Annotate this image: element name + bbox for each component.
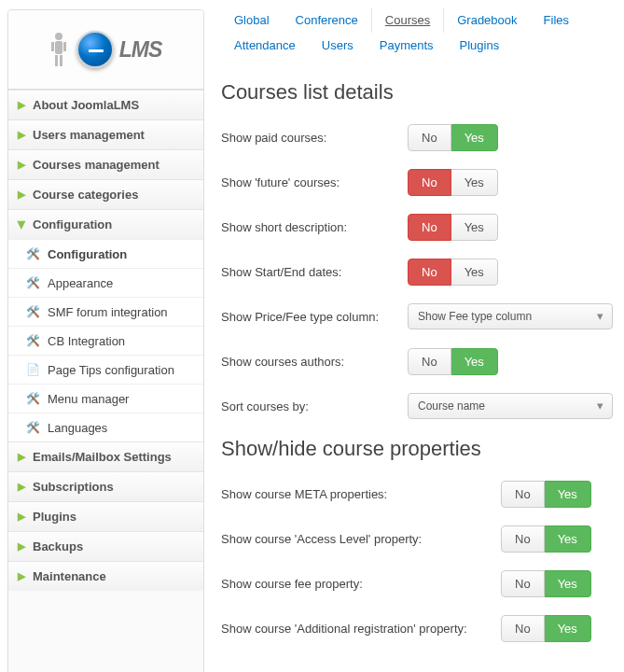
label-access-level: Show course 'Access Level' property: <box>221 532 501 546</box>
toggle-show-dates[interactable]: No Yes <box>408 259 498 286</box>
toggle-show-authors[interactable]: No Yes <box>408 348 498 375</box>
svg-point-0 <box>55 33 62 40</box>
toggle-show-short[interactable]: No Yes <box>408 214 498 241</box>
sidebar-item-users-management[interactable]: ▶Users management <box>8 119 203 149</box>
label-additional-registration: Show course 'Additional registration' pr… <box>221 622 501 636</box>
main-content: Global Conference Courses Gradebook File… <box>204 0 624 672</box>
chevron-right-icon: ▶ <box>18 511 25 523</box>
sidebar-item-about[interactable]: ▶About JoomlaLMS <box>8 90 203 119</box>
toggle-no[interactable]: No <box>501 525 545 553</box>
chevron-right-icon: ▶ <box>18 129 25 141</box>
toggle-no[interactable]: No <box>408 214 451 241</box>
chevron-right-icon: ▶ <box>18 99 25 111</box>
sidebar-item-course-categories[interactable]: ▶Course categories <box>8 179 203 209</box>
sidebar-item-plugins[interactable]: ▶Plugins <box>8 501 203 531</box>
sidebar-item-subscriptions[interactable]: ▶Subscriptions <box>8 471 203 501</box>
sidebar-label: About JoomlaLMS <box>33 98 139 112</box>
toggle-no[interactable]: No <box>408 348 451 375</box>
tab-conference[interactable]: Conference <box>283 7 371 33</box>
submenu-item-smf[interactable]: 🛠️SMF forum integration <box>8 297 203 326</box>
sidebar-label: Courses management <box>33 158 159 172</box>
label-fee-column: Show Price/Fee type column: <box>221 310 408 324</box>
chevron-right-icon: ▶ <box>18 451 25 463</box>
toggle-additional-registration[interactable]: No Yes <box>501 615 591 642</box>
toggle-no[interactable]: No <box>408 259 451 286</box>
toggle-yes[interactable]: Yes <box>451 124 498 151</box>
select-value: Show Fee type column <box>408 303 613 329</box>
select-fee-column[interactable]: Show Fee type column <box>408 303 613 329</box>
submenu-label: Page Tips configuration <box>48 363 174 377</box>
toggle-show-paid[interactable]: No Yes <box>408 124 498 151</box>
section-title-course-properties: Show/hide course properties <box>221 437 613 461</box>
tab-payments[interactable]: Payments <box>367 33 447 58</box>
submenu-item-cb[interactable]: 🛠️CB Integration <box>8 326 203 355</box>
chevron-right-icon: ▶ <box>18 540 25 553</box>
toggle-show-future[interactable]: No Yes <box>408 169 498 196</box>
submenu-label: Configuration <box>48 247 127 261</box>
sidebar-label: Backups <box>33 539 83 553</box>
chevron-right-icon: ▶ <box>18 159 25 171</box>
tools-icon: 🛠️ <box>25 246 40 261</box>
svg-rect-4 <box>51 42 54 51</box>
tab-plugins[interactable]: Plugins <box>447 33 513 58</box>
toggle-no[interactable]: No <box>501 615 545 642</box>
label-fee-property: Show course fee property: <box>221 577 501 591</box>
sidebar-item-maintenance[interactable]: ▶Maintenance <box>8 561 203 591</box>
toggle-yes[interactable]: Yes <box>451 259 498 286</box>
submenu-item-languages[interactable]: 🛠️Languages <box>8 413 203 441</box>
label-show-dates: Show Start/End dates: <box>221 265 408 279</box>
sidebar: LMS ▶About JoomlaLMS ▶Users management ▶… <box>7 9 204 672</box>
submenu-item-page-tips[interactable]: 📄Page Tips configuration <box>8 355 203 384</box>
chevron-right-icon: ▶ <box>18 189 25 201</box>
sidebar-label: Configuration <box>33 217 112 231</box>
submenu-item-appearance[interactable]: 🛠️Appearance <box>8 268 203 297</box>
submenu-label: Menu manager <box>48 392 129 406</box>
sidebar-label: Users management <box>33 128 145 142</box>
tab-files[interactable]: Files <box>531 7 582 33</box>
lms-logo: LMS <box>76 31 162 68</box>
toggle-yes[interactable]: Yes <box>545 570 591 597</box>
label-meta: Show course META properties: <box>221 487 501 501</box>
section-title-courses-list: Courses list details <box>221 80 613 105</box>
submenu-item-configuration[interactable]: 🛠️Configuration <box>8 239 203 268</box>
toggle-meta[interactable]: No Yes <box>501 481 591 508</box>
admin-figure-icon <box>50 31 67 68</box>
svg-rect-3 <box>60 55 62 66</box>
sidebar-item-courses-management[interactable]: ▶Courses management <box>8 149 203 179</box>
submenu-label: SMF forum integration <box>48 305 168 319</box>
toggle-yes[interactable]: Yes <box>451 214 498 241</box>
toggle-no[interactable]: No <box>408 124 451 151</box>
label-show-authors: Show courses authors: <box>221 355 408 369</box>
sidebar-item-emails[interactable]: ▶Emails/Mailbox Settings <box>8 441 203 471</box>
toggle-yes[interactable]: Yes <box>451 348 498 375</box>
svg-rect-1 <box>55 41 62 54</box>
sidebar-item-backups[interactable]: ▶Backups <box>8 531 203 561</box>
tab-courses[interactable]: Courses <box>371 7 444 33</box>
tab-attendance[interactable]: Attendance <box>221 33 309 58</box>
toggle-no[interactable]: No <box>501 570 545 597</box>
tab-global[interactable]: Global <box>221 7 283 33</box>
tools-icon: 🛠️ <box>25 420 40 435</box>
toggle-access-level[interactable]: No Yes <box>501 525 591 553</box>
select-sort-by[interactable]: Course name <box>408 393 613 419</box>
toggle-no[interactable]: No <box>501 481 545 508</box>
toggle-yes[interactable]: Yes <box>451 169 498 196</box>
tab-users[interactable]: Users <box>309 33 367 58</box>
sidebar-item-configuration[interactable]: ▶Configuration <box>8 209 203 239</box>
toggle-yes[interactable]: Yes <box>545 615 591 642</box>
chevron-right-icon: ▶ <box>18 481 25 493</box>
tools-icon: 🛠️ <box>25 333 40 348</box>
tab-gradebook[interactable]: Gradebook <box>444 7 530 33</box>
submenu-item-menu-manager[interactable]: 🛠️Menu manager <box>8 384 203 413</box>
sidebar-label: Subscriptions <box>33 480 114 494</box>
toggle-no[interactable]: No <box>408 169 451 196</box>
label-sort-by: Sort courses by: <box>221 399 408 413</box>
toggle-fee-property[interactable]: No Yes <box>501 570 591 597</box>
toggle-yes[interactable]: Yes <box>545 481 591 508</box>
toggle-yes[interactable]: Yes <box>545 525 591 553</box>
submenu-label: CB Integration <box>48 334 125 348</box>
chevron-right-icon: ▶ <box>18 570 25 582</box>
sidebar-label: Emails/Mailbox Settings <box>33 450 172 464</box>
chevron-down-icon: ▶ <box>16 221 28 229</box>
label-show-short: Show short description: <box>221 220 408 234</box>
